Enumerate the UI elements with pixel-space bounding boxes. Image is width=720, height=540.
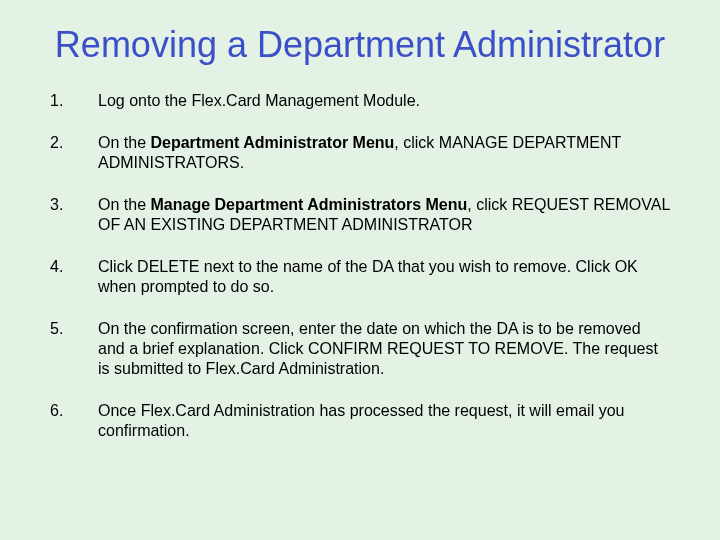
text: Click DELETE next to the name of the DA … [98, 258, 638, 295]
text: On the confirmation screen, enter the da… [98, 320, 658, 377]
step-number: 6. [50, 401, 98, 421]
step-number: 1. [50, 91, 98, 111]
list-item: 2.On the Department Administrator Menu, … [50, 133, 670, 173]
text: Log onto the Flex.Card Management Module… [98, 92, 420, 109]
list-item: 4.Click DELETE next to the name of the D… [50, 257, 670, 297]
step-text: On the confirmation screen, enter the da… [98, 319, 670, 379]
list-item: 5.On the confirmation screen, enter the … [50, 319, 670, 379]
list-item: 6.Once Flex.Card Administration has proc… [50, 401, 670, 441]
steps-list: 1.Log onto the Flex.Card Management Modu… [50, 91, 670, 441]
list-item: 1.Log onto the Flex.Card Management Modu… [50, 91, 670, 111]
bold-text: Manage Department Administrators Menu [150, 196, 467, 213]
step-number: 2. [50, 133, 98, 153]
step-number: 3. [50, 195, 98, 215]
slide: Removing a Department Administrator 1.Lo… [0, 0, 720, 540]
list-item: 3.On the Manage Department Administrator… [50, 195, 670, 235]
step-number: 4. [50, 257, 98, 277]
step-text: Click DELETE next to the name of the DA … [98, 257, 670, 297]
text: Once Flex.Card Administration has proces… [98, 402, 624, 439]
step-number: 5. [50, 319, 98, 339]
text: On the [98, 196, 150, 213]
step-text: On the Manage Department Administrators … [98, 195, 670, 235]
step-text: Once Flex.Card Administration has proces… [98, 401, 670, 441]
step-text: On the Department Administrator Menu, cl… [98, 133, 670, 173]
step-text: Log onto the Flex.Card Management Module… [98, 91, 670, 111]
bold-text: Department Administrator Menu [150, 134, 394, 151]
text: On the [98, 134, 150, 151]
page-title: Removing a Department Administrator [50, 24, 670, 65]
